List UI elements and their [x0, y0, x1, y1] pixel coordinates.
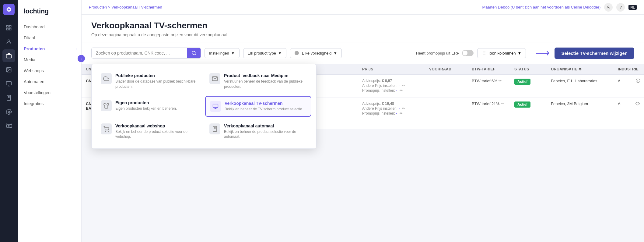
- action-area: ⟶ Selectie TV-schermen wijzigen: [536, 47, 634, 59]
- dropdown-eigen-producten[interactable]: Eigen producten Eigen producten bekijken…: [96, 96, 203, 117]
- icon-sidebar: [0, 0, 18, 242]
- svg-point-7: [8, 69, 8, 69]
- nav-filiaal[interactable]: Filiaal: [18, 32, 81, 43]
- col-industrie: Industrie: [614, 64, 644, 74]
- other-price-1: Andere Prijs instellen: - ✏: [362, 106, 405, 111]
- svg-point-28: [105, 131, 106, 131]
- status-badge-0: Actief: [514, 79, 530, 85]
- svg-point-18: [608, 6, 609, 7]
- filter-instellingen-button[interactable]: Instellingen ▼: [205, 48, 240, 58]
- dropdown-webshop[interactable]: Verkoopkanaal webshop Bekijk en beheer d…: [96, 119, 203, 144]
- svg-rect-3: [7, 28, 9, 30]
- nav-voorstellingen[interactable]: Voorstellingen: [18, 87, 81, 98]
- row1-org: Febelco, 3M Belgium: [547, 98, 614, 129]
- svg-rect-4: [9, 28, 11, 30]
- sidebar-icon-webshops[interactable]: [2, 77, 15, 90]
- sidebar-icon-products[interactable]: [2, 49, 15, 62]
- svg-point-15: [11, 124, 12, 125]
- row0-price: Adviesprijs: € 6,97 Andere Prijs instell…: [358, 75, 425, 98]
- eye-icon-1: [635, 101, 640, 106]
- row0-org: Febelco, E.L. Laboratories: [547, 75, 614, 98]
- sidebar-icon-dashboard[interactable]: [2, 21, 15, 34]
- page-subtitle: Op deze pagina bepaalt u de aangepaste p…: [91, 32, 634, 37]
- tv-icon: [210, 101, 221, 112]
- breadcrumb: Producten > Verkoopkanaal TV-schermen: [89, 5, 162, 9]
- svg-point-12: [8, 111, 10, 113]
- topbar-right: Maarten Deboo (U bent zich aan het voord…: [482, 3, 637, 12]
- svg-point-29: [108, 131, 109, 131]
- col-btw: BTW-tarief: [467, 64, 510, 74]
- app-logo[interactable]: [3, 4, 15, 15]
- svg-point-33: [637, 80, 638, 81]
- dropdown-automaat[interactable]: Verkoopkanaal automaat Bekijk en beheer …: [205, 119, 311, 144]
- nav-integraties[interactable]: Integraties: [18, 98, 81, 109]
- breadcrumb-current: Verkoopkanaal TV-schermen: [111, 5, 162, 9]
- promo-price-0: Promoprijs instellen: - ✏: [362, 88, 403, 93]
- filter-completeness-button[interactable]: Elke volledigheid ▼: [290, 48, 342, 58]
- search-input-wrap: [91, 48, 201, 59]
- edit-promo-1[interactable]: ✏: [400, 111, 403, 116]
- row1-btw: BTW tarief 21% ✏: [467, 98, 510, 129]
- search-button[interactable]: [187, 48, 201, 58]
- sidebar-icon-integrations[interactable]: [2, 119, 15, 132]
- row0-status: Actief: [510, 75, 547, 98]
- edit-other-1[interactable]: ✏: [402, 106, 405, 111]
- nav-automaten[interactable]: Automaten: [18, 76, 81, 87]
- nav-producten[interactable]: Producten: [18, 43, 81, 54]
- filter-product-type-label: Elk product type: [248, 51, 276, 55]
- sidebar-icon-automaten[interactable]: [2, 91, 15, 104]
- breadcrumb-sep: >: [108, 5, 111, 9]
- products-dropdown: Publieke producten Blader door de databa…: [91, 64, 317, 149]
- dropdown-product-feedback[interactable]: Product feedback naar Medipim Verstuur e…: [205, 69, 311, 94]
- svg-rect-27: [213, 104, 218, 108]
- filter-completeness-label: Elke volledigheid: [302, 51, 332, 55]
- columns-button[interactable]: Toon kolommen ▼: [477, 48, 526, 58]
- svg-point-36: [637, 103, 638, 104]
- topbar: Producten > Verkoopkanaal TV-schermen Ma…: [82, 0, 644, 15]
- sidebar-icon-person[interactable]: [2, 35, 15, 48]
- breadcrumb-products[interactable]: Producten: [89, 5, 107, 9]
- dropdown-publieke-producten[interactable]: Publieke producten Blader door de databa…: [96, 69, 203, 94]
- nav-webshops[interactable]: Webshops: [18, 65, 81, 76]
- page-title: Verkoopkanaal TV-schermen: [91, 21, 634, 30]
- cloud-icon: [101, 73, 112, 84]
- automaat-icon: [209, 123, 220, 134]
- filter-product-type-button[interactable]: Elk product type ▼: [243, 48, 286, 58]
- search-input[interactable]: [92, 48, 187, 58]
- other-price-0: Andere Prijs instellen: - ✏: [362, 84, 405, 88]
- sidebar-icon-settings[interactable]: [2, 105, 15, 118]
- promo-toggle-label: Heeft promoprijs uit ERP: [416, 51, 460, 55]
- dropdown-tv-schermen[interactable]: Verkoopkanaal TV-schermen Bekijk en behe…: [205, 96, 311, 117]
- user-avatar-icon[interactable]: [604, 3, 613, 12]
- row1-price: Adviesprijs: € 19,48 Andere Prijs instel…: [358, 98, 425, 129]
- row1-status: Actief: [510, 98, 547, 129]
- svg-point-17: [11, 127, 12, 128]
- sidebar-collapse-button[interactable]: ‹: [78, 55, 85, 62]
- promo-toggle[interactable]: [462, 50, 474, 56]
- columns-label: Toon kolommen: [488, 51, 516, 55]
- col-prijs: Prijs: [358, 64, 425, 74]
- status-badge-1: Actief: [514, 101, 530, 108]
- topbar-user[interactable]: Maarten Deboo (U bent zich aan het voord…: [482, 5, 601, 9]
- row0-btw: BTW tarief 6% ✏: [467, 75, 510, 98]
- svg-rect-8: [6, 82, 12, 85]
- svg-rect-1: [7, 26, 9, 27]
- page-header: Verkoopkanaal TV-schermen Op deze pagina…: [82, 15, 644, 42]
- tshirt-icon: [101, 100, 112, 111]
- nav-dashboard[interactable]: Dashboard: [18, 21, 81, 32]
- nav-sidebar: lochting Dashboard Filiaal Producten Med…: [18, 0, 82, 242]
- sidebar-icon-media[interactable]: [2, 63, 15, 76]
- svg-point-13: [8, 125, 9, 126]
- row0-ind: A: [614, 75, 644, 98]
- dropdown-tv-text: Verkoopkanaal TV-schermen Bekijk en behe…: [225, 101, 303, 112]
- edit-btw-1[interactable]: ✏: [501, 101, 504, 106]
- adv-label-0: Adviesprijs: € 6,97: [362, 79, 392, 83]
- chevron-down-icon-4: ▼: [518, 51, 522, 55]
- promo-price-1: Promoprijs instellen: - ✏: [362, 111, 403, 116]
- language-badge[interactable]: NL: [628, 5, 637, 10]
- select-tvschermen-button[interactable]: Selectie TV-schermen wijzigen: [555, 48, 634, 59]
- help-icon[interactable]: ?: [616, 3, 625, 12]
- search-bar: Instellingen ▼ Elk product type ▼ Elke v…: [82, 42, 644, 64]
- nav-media[interactable]: Media: [18, 54, 81, 65]
- dropdown-eigen-text: Eigen producten Eigen producten bekijken…: [115, 100, 177, 111]
